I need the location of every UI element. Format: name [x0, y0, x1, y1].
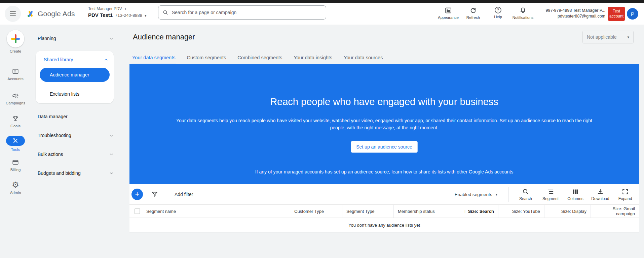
notifications-label: Notifications — [513, 15, 534, 20]
tab-your-data-segments[interactable]: Your data segments — [131, 53, 176, 65]
tools-pill — [6, 136, 25, 146]
column-size-search[interactable]: ↑ Size: Search — [451, 205, 498, 218]
rail-label-billing: Billing — [10, 168, 21, 172]
account-breadcrumb[interactable]: Test Manager PDV › PDV Test1 713-240-888… — [88, 6, 147, 18]
status-dropdown[interactable]: Not applicable ▾ — [582, 31, 634, 43]
download-button[interactable]: Download — [588, 188, 613, 201]
banner-description: Your data segments help you reach people… — [174, 117, 595, 131]
hamburger-menu-button[interactable] — [5, 6, 21, 22]
sort-ascending-icon: ↑ — [464, 209, 466, 214]
tab-your-data-insights[interactable]: Your data insights — [293, 53, 333, 65]
columns-button[interactable]: Columns — [563, 188, 588, 201]
segment-icon — [547, 188, 554, 195]
tab-your-data-sources[interactable]: Your data sources — [343, 53, 383, 65]
topbar-divider — [541, 9, 541, 19]
add-filter-button[interactable]: Add filter — [175, 192, 193, 197]
create-plus-icon — [11, 34, 20, 43]
user-account-email: pdvtester887@gmail.com — [544, 13, 605, 19]
tab-combined-segments[interactable]: Combined segments — [237, 53, 283, 65]
chevron-down-icon — [109, 171, 114, 175]
column-membership-status[interactable]: Membership status — [393, 205, 451, 218]
nav-item-audience-manager[interactable]: Audience manager — [40, 68, 110, 82]
global-search — [158, 5, 326, 20]
filter-funnel-icon — [151, 191, 158, 198]
google-ads-logo-icon — [27, 10, 34, 18]
column-size-youtube[interactable]: Size: YouTube — [498, 205, 544, 218]
refresh-icon — [469, 7, 477, 14]
notifications-button[interactable]: Notifications — [510, 7, 535, 20]
campaigns-icon — [12, 92, 19, 99]
navigation-rail: Create Accounts Campaigns — [0, 25, 31, 258]
rail-label-goals: Goals — [10, 124, 21, 128]
billing-card-icon — [12, 159, 19, 166]
column-customer-type[interactable]: Customer Type — [290, 205, 342, 218]
current-account-name: PDV Test1 — [88, 12, 113, 18]
banner-footer-text: If any of your managed accounts has set … — [255, 169, 391, 174]
empty-state-message: You don't have any audience lists yet — [129, 218, 639, 232]
rail-item-goals[interactable]: Goals — [0, 115, 31, 128]
banner-footer: If any of your managed accounts has set … — [129, 169, 639, 174]
setup-audience-source-button[interactable]: Set up an audience source — [351, 141, 418, 153]
expand-button[interactable]: Expand — [613, 188, 638, 201]
status-dropdown-value: Not applicable — [587, 34, 617, 40]
rail-item-campaigns[interactable]: Campaigns — [0, 92, 31, 105]
tools-icon — [12, 137, 19, 144]
expand-icon — [621, 188, 629, 195]
top-app-bar: Google Ads Test Manager PDV › PDV Test1 … — [0, 3, 644, 25]
search-table-button[interactable]: Search — [513, 188, 538, 201]
page-title: Audience manager — [133, 33, 195, 41]
search-icon — [162, 9, 168, 15]
toolbar-divider — [508, 187, 508, 202]
user-account-info[interactable]: 997-979-4893 Test Manager P... pdvtester… — [544, 8, 605, 19]
rail-item-admin[interactable]: ⚙ Admin — [0, 181, 31, 195]
chevron-down-icon — [109, 133, 114, 138]
segments-filter-dropdown[interactable]: Enabled segments ▾ — [455, 192, 497, 197]
user-account-line1: 997-979-4893 Test Manager P... — [544, 8, 605, 13]
hamburger-icon — [10, 11, 16, 12]
rail-item-create[interactable]: Create — [0, 30, 31, 53]
nav-item-shared-library[interactable]: Shared library — [44, 55, 108, 64]
google-ads-app: Google Ads Test Manager PDV › PDV Test1 … — [0, 0, 644, 258]
add-segment-button[interactable]: + — [131, 189, 143, 200]
search-input[interactable] — [172, 10, 322, 15]
google-ads-logo[interactable]: Google Ads — [27, 7, 75, 20]
avatar[interactable]: P — [627, 8, 638, 20]
rail-label-accounts: Accounts — [7, 77, 23, 81]
column-segment-type[interactable]: Segment Type — [342, 205, 393, 218]
rail-item-tools[interactable]: Tools — [0, 136, 31, 152]
appearance-label: Appearance — [438, 15, 459, 20]
nav-item-budgets-bidding[interactable]: Budgets and bidding — [38, 168, 114, 178]
table-header: Segment name Customer Type Segment Type … — [129, 204, 639, 218]
column-size-display[interactable]: Size: Display — [544, 205, 591, 218]
refresh-button[interactable]: Refresh — [461, 7, 486, 20]
current-account-id: 713-240-8888 — [115, 13, 142, 18]
nav-item-exclusion-lists[interactable]: Exclusion lists — [50, 89, 79, 99]
segment-button[interactable]: Segment — [538, 188, 563, 201]
share-lists-link[interactable]: learn how to share its lists with other … — [391, 169, 513, 174]
nav-item-data-manager[interactable]: Data manager — [38, 111, 114, 122]
rail-label-tools: Tools — [11, 148, 20, 152]
account-switcher-caret-icon: ▾ — [145, 13, 147, 18]
rail-item-billing[interactable]: Billing — [0, 159, 31, 172]
goals-trophy-icon — [12, 115, 19, 122]
refresh-label: Refresh — [466, 15, 480, 20]
column-segment-name[interactable]: Segment name — [129, 205, 290, 218]
tab-bar: Your data segments Custom segments Combi… — [131, 53, 383, 65]
appearance-button[interactable]: Appearance — [436, 7, 461, 20]
help-icon: ? — [495, 7, 501, 13]
nav-item-planning[interactable]: Planning — [38, 33, 114, 43]
tab-custom-segments[interactable]: Custom segments — [186, 53, 227, 65]
filter-button[interactable] — [151, 191, 158, 198]
nav-item-bulk-actions[interactable]: Bulk actions — [38, 149, 114, 159]
columns-icon — [572, 188, 579, 195]
dropdown-caret-icon: ▾ — [627, 35, 629, 39]
rail-item-accounts[interactable]: Accounts — [0, 68, 31, 81]
manager-account-name: Test Manager PDV — [88, 6, 122, 11]
create-button[interactable] — [7, 30, 24, 47]
tools-nav-panel: Planning Shared library Audience manager… — [31, 25, 118, 258]
help-button[interactable]: ? Help — [486, 7, 510, 20]
main-content: Audience manager Not applicable ▾ Your d… — [129, 25, 639, 258]
nav-item-troubleshooting[interactable]: Troubleshooting — [38, 130, 114, 140]
column-size-gmail-campaign[interactable]: Size: Gmail campaign — [591, 205, 639, 218]
select-all-checkbox[interactable] — [135, 208, 140, 214]
